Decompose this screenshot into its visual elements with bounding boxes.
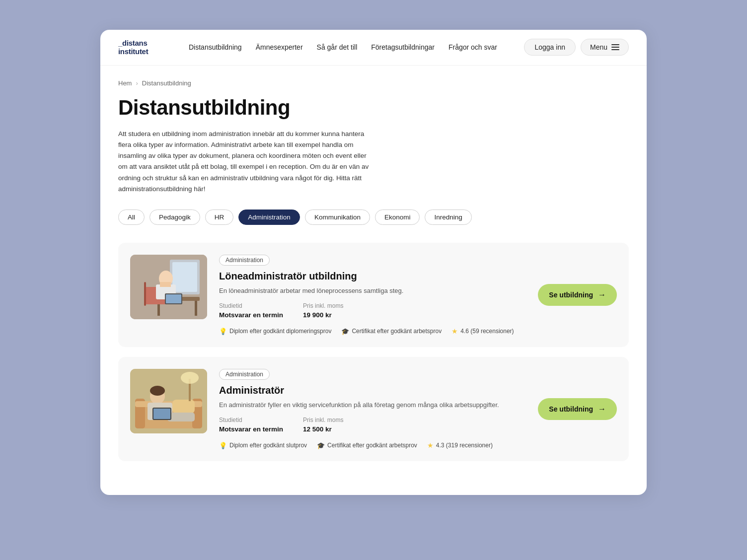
breadcrumb-separator: › — [136, 79, 138, 87]
pris-label-2: Pris inkl. moms — [303, 417, 343, 423]
page-description: Att studera en utbildning inom administr… — [118, 129, 376, 195]
nav-fragor-och-svar[interactable]: Frågor och svar — [448, 43, 497, 51]
logo[interactable]: distans institutet — [118, 39, 163, 56]
main-container: distans institutet Distansutbildning Ämn… — [100, 30, 647, 495]
rating-text-1: 4.6 (59 recensioner) — [460, 328, 514, 335]
course-tag-2: Administration — [219, 369, 270, 380]
cta-label-2: Se utbildning — [549, 405, 593, 413]
cta-label-1: Se utbildning — [549, 291, 593, 299]
login-button[interactable]: Logga inn — [524, 39, 576, 56]
rating-text-2: 4.3 (319 recensioner) — [436, 442, 493, 449]
studietid-label-1: Studietid — [219, 302, 283, 309]
course-image-1 — [130, 255, 207, 319]
badge-cert-text-2: Certifikat efter godkänt arbetsprov — [327, 442, 417, 449]
svg-rect-7 — [144, 282, 146, 306]
hamburger-icon — [611, 44, 619, 50]
filter-ekonomi[interactable]: Ekonomi — [375, 210, 420, 225]
logo-line1: distans — [118, 39, 163, 47]
svg-rect-24 — [153, 409, 170, 419]
filter-pedagogik[interactable]: Pedagogik — [149, 210, 200, 225]
course-cta-1: Se utbildning → — [538, 284, 617, 306]
arrow-icon-2: → — [598, 405, 606, 414]
svg-rect-10 — [160, 282, 171, 287]
filter-administration[interactable]: Administration — [238, 210, 300, 225]
badge-cert-2: 🎓 Certifikat efter godkänt arbetsprov — [317, 442, 417, 449]
page-title: Distansutbildning — [118, 96, 629, 120]
pris-group-1: Pris inkl. moms 19 900 kr — [303, 302, 343, 319]
diplom-icon-1: 💡 — [219, 328, 227, 335]
filter-bar: All Pedagogik HR Administration Kommunik… — [118, 210, 629, 225]
navbar: distans institutet Distansutbildning Ämn… — [100, 30, 647, 66]
filter-kommunikation[interactable]: Kommunikation — [305, 210, 370, 225]
breadcrumb-home[interactable]: Hem — [118, 79, 132, 87]
course-title-1: Löneadministratör utbildning — [219, 271, 617, 282]
breadcrumb: Hem › Distansutbildning — [118, 79, 629, 87]
pris-label-1: Pris inkl. moms — [303, 302, 343, 309]
course-card-2: Administration Administratör En administ… — [118, 357, 629, 461]
studietid-group-1: Studietid Motsvarar en termin — [219, 302, 283, 319]
badge-diplom-1: 💡 Diplom efter godkänt diplomeringsprov — [219, 328, 331, 335]
course-card-1: Administration Löneadministratör utbildn… — [118, 243, 629, 347]
course-cta-2: Se utbildning → — [538, 398, 617, 420]
studietid-group-2: Studietid Motsvarar en termin — [219, 417, 283, 433]
nav-links: Distansutbildning Ämnesexperter Så går d… — [189, 43, 508, 51]
nav-sa-gar-det-till[interactable]: Så går det till — [317, 43, 358, 51]
menu-button[interactable]: Menu — [581, 39, 629, 56]
see-course-button-1[interactable]: Se utbildning → — [538, 284, 617, 306]
svg-rect-12 — [166, 294, 181, 303]
svg-rect-18 — [172, 400, 195, 414]
badge-rating-2: ★ 4.3 (319 recensioner) — [427, 441, 493, 449]
cert-icon-2: 🎓 — [317, 442, 325, 449]
badge-diplom-text-1: Diplom efter godkänt diplomeringsprov — [229, 328, 331, 335]
svg-rect-2 — [172, 262, 197, 292]
pris-value-1: 19 900 kr — [303, 311, 332, 319]
content: Hem › Distansutbildning Distansutbildnin… — [100, 66, 647, 495]
logo-line2: institutet — [118, 47, 163, 56]
svg-point-20 — [150, 386, 165, 396]
pris-group-2: Pris inkl. moms 12 500 kr — [303, 417, 343, 433]
filter-inredning[interactable]: Inredning — [425, 210, 471, 225]
course-tag-1: Administration — [219, 255, 270, 266]
badge-diplom-text-2: Diplom efter godkänt slutprov — [229, 442, 307, 449]
star-icon-1: ★ — [451, 327, 458, 335]
course-title-2: Administratör — [219, 385, 617, 396]
filter-hr[interactable]: HR — [205, 210, 234, 225]
menu-label: Menu — [590, 43, 607, 51]
badge-cert-1: 🎓 Certifikat efter godkänt arbetsprov — [341, 328, 442, 335]
pris-value-2: 12 500 kr — [303, 425, 332, 433]
diplom-icon-2: 💡 — [219, 442, 227, 449]
breadcrumb-current: Distansutbildning — [142, 79, 191, 87]
badge-cert-text-1: Certifikat efter godkänt arbetsprov — [352, 328, 442, 335]
svg-rect-22 — [167, 413, 195, 421]
nav-right: Logga inn Menu — [524, 39, 629, 56]
see-course-button-2[interactable]: Se utbildning → — [538, 398, 617, 420]
nav-amnesexperter[interactable]: Ämnesexperter — [256, 43, 303, 51]
filter-all[interactable]: All — [118, 210, 145, 225]
course-badges-1: 💡 Diplom efter godkänt diplomeringsprov … — [219, 327, 617, 335]
badge-rating-1: ★ 4.6 (59 recensioner) — [451, 327, 514, 335]
nav-distansutbildning[interactable]: Distansutbildning — [189, 43, 242, 51]
nav-foretagsutbildningar[interactable]: Företagsutbildningar — [371, 43, 435, 51]
star-icon-2: ★ — [427, 441, 434, 449]
studietid-value-2: Motsvarar en termin — [219, 425, 283, 433]
studietid-value-1: Motsvarar en termin — [219, 311, 283, 319]
course-image-2 — [130, 369, 207, 433]
svg-rect-5 — [195, 301, 197, 316]
cert-icon-1: 🎓 — [341, 328, 349, 335]
badge-diplom-2: 💡 Diplom efter godkänt slutprov — [219, 442, 307, 449]
svg-point-26 — [181, 372, 199, 384]
studietid-label-2: Studietid — [219, 417, 283, 423]
course-badges-2: 💡 Diplom efter godkänt slutprov 🎓 Certif… — [219, 441, 617, 449]
arrow-icon-1: → — [598, 290, 606, 299]
